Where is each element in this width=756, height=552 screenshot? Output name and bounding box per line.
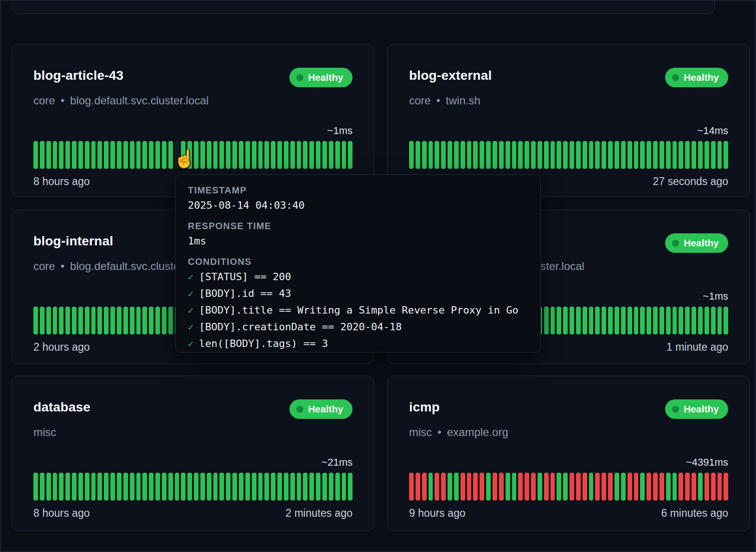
status-bar[interactable] xyxy=(557,307,561,334)
status-bar[interactable] xyxy=(110,141,115,169)
status-bar[interactable] xyxy=(207,141,211,169)
status-bar[interactable] xyxy=(525,473,529,501)
status-bar[interactable] xyxy=(653,307,658,334)
status-bar[interactable] xyxy=(258,473,263,501)
status-bar[interactable] xyxy=(348,473,352,501)
status-bar[interactable] xyxy=(33,141,38,169)
status-bar[interactable] xyxy=(409,473,414,501)
status-bar[interactable] xyxy=(583,307,587,334)
status-bar[interactable] xyxy=(467,141,472,169)
status-bar[interactable] xyxy=(435,141,439,169)
status-bar[interactable] xyxy=(679,307,683,334)
status-bar[interactable] xyxy=(589,473,594,501)
status-bar[interactable] xyxy=(551,473,555,501)
status-bar[interactable] xyxy=(557,141,561,169)
status-bar[interactable] xyxy=(416,141,420,169)
status-bar[interactable] xyxy=(226,141,231,169)
status-bar[interactable] xyxy=(290,141,295,169)
status-bar[interactable] xyxy=(322,473,327,501)
status-bar[interactable] xyxy=(448,473,452,501)
status-bar[interactable] xyxy=(271,473,275,501)
status-bar[interactable] xyxy=(544,141,549,169)
status-bar[interactable] xyxy=(271,141,275,169)
status-bar[interactable] xyxy=(615,473,619,501)
status-bar[interactable] xyxy=(142,141,147,169)
status-bar[interactable] xyxy=(551,141,555,169)
status-bar[interactable] xyxy=(72,141,77,169)
status-bar[interactable] xyxy=(589,141,594,169)
status-bar[interactable] xyxy=(239,141,243,169)
status-bar[interactable] xyxy=(499,141,504,169)
status-bar[interactable] xyxy=(589,307,594,334)
status-bar[interactable] xyxy=(692,141,696,169)
status-bar[interactable] xyxy=(213,141,218,169)
status-bar[interactable] xyxy=(499,473,504,501)
status-bar[interactable] xyxy=(640,141,645,169)
status-bar[interactable] xyxy=(486,473,491,501)
status-bar[interactable] xyxy=(705,141,709,169)
status-bar[interactable] xyxy=(207,473,211,501)
status-bar[interactable] xyxy=(685,141,690,169)
status-bar[interactable] xyxy=(711,307,716,334)
status-bar[interactable] xyxy=(576,307,581,334)
status-bar[interactable] xyxy=(194,473,199,501)
status-bar[interactable] xyxy=(467,473,472,501)
status-bar[interactable] xyxy=(65,307,70,334)
status-bar[interactable] xyxy=(91,307,96,334)
status-bar[interactable] xyxy=(303,473,308,501)
status-bar[interactable] xyxy=(40,141,45,169)
status-bar[interactable] xyxy=(461,141,465,169)
status-bar[interactable] xyxy=(429,473,433,501)
status-bar[interactable] xyxy=(348,141,352,169)
status-bar[interactable] xyxy=(576,473,581,501)
status-bar[interactable] xyxy=(557,473,561,501)
status-bar[interactable] xyxy=(85,141,90,169)
status-bar[interactable] xyxy=(660,473,664,501)
status-bar[interactable] xyxy=(175,473,179,501)
status-bar[interactable] xyxy=(342,141,346,169)
status-bar[interactable] xyxy=(97,141,102,169)
status-bar[interactable] xyxy=(441,473,446,501)
status-bar[interactable] xyxy=(162,473,167,501)
status-bar[interactable] xyxy=(512,141,517,169)
status-bar[interactable] xyxy=(454,141,459,169)
status-bar[interactable] xyxy=(653,141,658,169)
status-bar[interactable] xyxy=(245,473,250,501)
status-bar[interactable] xyxy=(685,473,690,501)
status-bar[interactable] xyxy=(692,307,696,334)
status-bar[interactable] xyxy=(104,307,109,334)
status-bar[interactable] xyxy=(297,141,301,169)
status-bar[interactable] xyxy=(544,473,549,501)
status-bar[interactable] xyxy=(621,307,626,334)
status-bar[interactable] xyxy=(78,141,83,169)
status-bar[interactable] xyxy=(110,473,115,501)
status-bar[interactable] xyxy=(110,307,115,334)
status-bar[interactable] xyxy=(91,473,96,501)
status-bar[interactable] xyxy=(53,307,58,334)
status-bar[interactable] xyxy=(213,473,218,501)
status-bar[interactable] xyxy=(219,473,224,501)
status-bar[interactable] xyxy=(78,473,83,501)
status-bar[interactable] xyxy=(531,473,536,501)
status-bar[interactable] xyxy=(284,141,288,169)
status-bar[interactable] xyxy=(660,307,664,334)
status-bar[interactable] xyxy=(65,141,70,169)
status-bar[interactable] xyxy=(563,141,568,169)
status-bar[interactable] xyxy=(232,473,237,501)
status-bar[interactable] xyxy=(59,473,64,501)
status-bar[interactable] xyxy=(53,473,58,501)
status-bar[interactable] xyxy=(136,141,141,169)
status-bar[interactable] xyxy=(705,307,709,334)
status-bar[interactable] xyxy=(130,307,135,334)
status-bar[interactable] xyxy=(72,473,77,501)
status-bar[interactable] xyxy=(673,141,677,169)
status-bar[interactable] xyxy=(595,307,600,334)
status-bar[interactable] xyxy=(673,473,677,501)
status-bar[interactable] xyxy=(473,473,478,501)
status-bar[interactable] xyxy=(123,141,128,169)
status-bar[interactable] xyxy=(149,307,154,334)
status-bar[interactable] xyxy=(252,473,256,501)
status-bar[interactable] xyxy=(628,307,632,334)
status-bar[interactable] xyxy=(570,141,574,169)
status-bar[interactable] xyxy=(711,141,716,169)
